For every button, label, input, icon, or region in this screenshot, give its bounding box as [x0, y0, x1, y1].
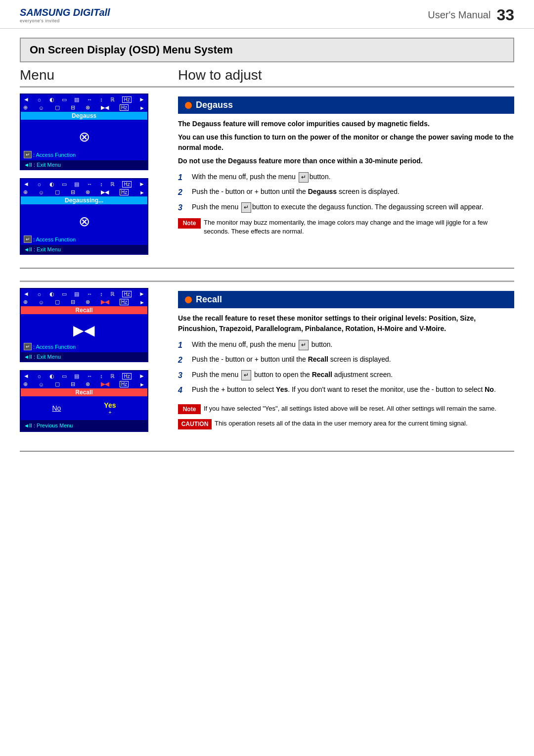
osd-no-yes-row: No Yes + [21, 396, 147, 420]
osd-no-label: No [52, 404, 61, 412]
osd-conv-icon-r1: ▤ [74, 291, 79, 297]
osd-footer-dark-1: ◄II : Exit Menu [21, 160, 147, 169]
recall-step-number-1: 1 [178, 340, 189, 351]
recall-step-number-4: 4 [178, 385, 189, 396]
recall-step-3: 3 Push the menu ↵ button to open the Rec… [178, 370, 514, 381]
section-title: On Screen Display (OSD) Menu System [30, 44, 504, 56]
osd-brightness-icon-r2: ☼ [37, 373, 42, 379]
osd-arrow-icon-r2: ↔ [87, 373, 92, 379]
step-text-3: Push the menu ↵button to execute the deg… [192, 202, 514, 213]
osd-top-icons-r1: ◄ ☼ ◐ ▭ ▤ ↔ ↕ ℝ Hz ► [21, 289, 147, 299]
osd-smiley-icon: ☺ [39, 105, 44, 111]
degauss-col-left: ◄ ☼ ◐ ▭ ▤ ↔ ↕ ℝ Hz ► ⊕ ☺ ▢ ⊟ ⊗ ▶◀ Hz ► [20, 88, 168, 259]
degauss-steps: 1 With the menu off, push the menu ↵butt… [178, 172, 514, 213]
osd-second-row-r2: ⊕ ☺ ▢ ⊟ ⊗ ▶◀ Hz ► [21, 381, 147, 388]
osd-square-icon-r2: ▢ [55, 381, 60, 387]
samsung-tagline: everyone's invited [20, 18, 60, 23]
enter-btn-r3: ↵ [241, 370, 251, 380]
osd-arrow-icon-r1: ↔ [87, 291, 92, 297]
osd-smiley-icon-r2: ☺ [39, 381, 44, 387]
manual-info: User's Manual 33 [428, 6, 514, 24]
recall-section: ◄ ☼ ◐ ▭ ▤ ↔ ↕ ℝ Hz ► ⊕ ☺ ▢ ⊟ ⊗ ▶◀ Hz ► [20, 282, 514, 436]
degauss-title: Degauss [196, 100, 233, 110]
osd-exit-label-r1: : Exit Menu [34, 354, 61, 360]
osd-nosign-icon-r1: ⊗ [86, 299, 90, 305]
recall-note: Note If you have selected "Yes", all set… [178, 404, 514, 415]
osd-misc-icon: ℝ [110, 96, 115, 103]
osd-screen-degauss-2: ◄ ☼ ◐ ▭ ▤ ↔ ↕ ℝ Hz ► ⊕ ☺ ▢ ⊟ ⊗ ▶◀ Hz ► [20, 178, 148, 255]
osd-up-icon-r1: ↕ [100, 291, 103, 297]
enter-icon-2: ↵ [24, 236, 32, 243]
osd-second-row-1: ⊕ ☺ ▢ ⊟ ⊗ ▶◀ Hz ► [21, 104, 147, 112]
osd-play-icon-r2: ▶◀ [101, 381, 109, 387]
recall-caution: CAUTION This operation resets all of the… [178, 419, 514, 429]
samsung-logo-text: SAMSUNG DIGITall [20, 7, 110, 18]
step-number-3: 3 [178, 202, 189, 213]
enter-btn-r1: ↵ [299, 340, 309, 350]
section-title-bar: On Screen Display (OSD) Menu System [20, 38, 514, 62]
osd-conv-icon-2: ▤ [74, 181, 79, 188]
osd-contrast-icon-2: ◐ [49, 181, 54, 188]
spacer-bottom [0, 436, 534, 451]
osd-hz-label: Hz [120, 104, 129, 111]
note-text-degauss: The monitor may buzz momentarily, the im… [204, 218, 514, 236]
osd-right-arrow2-r1: ► [139, 299, 145, 305]
note-label-degauss: Note [178, 218, 201, 229]
osd-contrast-icon-r1: ◐ [49, 291, 54, 297]
osd-nosign-icon: ⊗ [86, 104, 90, 111]
osd-screen-degauss-1: ◄ ☼ ◐ ▭ ▤ ↔ ↕ ℝ Hz ► ⊕ ☺ ▢ ⊟ ⊗ ▶◀ Hz ► [20, 94, 148, 170]
osd-smiley-icon-r1: ☺ [39, 299, 44, 305]
osd-footer-2: ↵ : Access Function [21, 234, 147, 245]
osd-geo-icon: ▭ [62, 96, 67, 103]
osd-access-line-1: ↵ : Access Function [24, 151, 144, 158]
degauss-desc-3: Do not use the Degauss feature more than… [178, 156, 514, 166]
recall-step-text-3: Push the menu ↵ button to open the Recal… [192, 370, 514, 380]
osd-access-label-2: : Access Function [33, 236, 76, 242]
osd-recall-label-1: Recall [21, 306, 147, 314]
degauss-step-2: 2 Push the - button or + button until th… [178, 187, 514, 198]
osd-right-arrow2-r2: ► [139, 381, 145, 387]
osd-nosign-icon-2: ⊗ [86, 189, 90, 195]
osd-geo-icon-r1: ▭ [62, 291, 67, 297]
osd-hz-icon: Hz [122, 96, 131, 103]
osd-recall-icon-1: ▶◀ [73, 322, 95, 338]
osd-footer-dark-r1: ◄II : Exit Menu [21, 352, 147, 361]
osd-screen-recall-2: ◄ ☼ ◐ ▭ ▤ ↔ ↕ ℝ Hz ► ⊕ ☺ ▢ ⊟ ⊗ ▶◀ Hz ► [20, 370, 148, 432]
osd-body-1: ⊗ [21, 120, 147, 149]
osd-phi-icon-2: ⊕ [23, 189, 28, 195]
osd-left-arrow-r2: ◄ [23, 373, 29, 379]
osd-hz-label-r1: Hz [120, 299, 129, 305]
recall-step-text-2: Push the - button or + button until the … [192, 355, 514, 365]
osd-prev-line-r2: ◄II : Previous Menu [24, 423, 144, 428]
osd-grid-icon-r2: ⊟ [71, 381, 75, 387]
osd-access-label-r1: : Access Function [33, 344, 76, 350]
osd-brightness-icon: ☼ [37, 96, 42, 102]
osd-grid-icon-2: ⊟ [71, 189, 75, 195]
osd-geo-icon-2: ▭ [62, 181, 67, 188]
recall-heading: Recall [178, 291, 514, 308]
arrow-icon-1: ◄II [24, 162, 32, 168]
osd-degauss-icon-1: ⊗ [79, 129, 90, 145]
degauss-section: ◄ ☼ ◐ ▭ ▤ ↔ ↕ ℝ Hz ► ⊕ ☺ ▢ ⊟ ⊗ ▶◀ Hz ► [20, 88, 514, 269]
osd-smiley-icon-2: ☺ [39, 189, 44, 195]
degauss-dot [185, 102, 192, 109]
osd-recall-label-2: Recall [21, 388, 147, 396]
osd-brightness-icon-2: ☼ [37, 181, 42, 187]
osd-conv-icon: ▤ [74, 96, 79, 103]
enter-icon-r1: ↵ [24, 343, 32, 350]
samsung-logo: SAMSUNG DIGITall everyone's invited [20, 7, 110, 23]
degauss-heading: Degauss [178, 96, 514, 114]
degauss-desc-1: The Degauss feature will remove color im… [178, 119, 514, 129]
osd-access-label-1: : Access Function [33, 152, 76, 158]
column-headers: Menu How to adjust [20, 62, 514, 88]
osd-hz-label-r2: Hz [120, 381, 129, 387]
osd-yes-group: Yes + [104, 401, 116, 415]
osd-contrast-icon: ◐ [49, 96, 54, 103]
arrow-icon-r2: ◄II [24, 423, 32, 428]
step-text-1: With the menu off, push the menu ↵button… [192, 172, 514, 183]
osd-prev-label-r2: : Previous Menu [34, 423, 73, 428]
caution-label-recall: CAUTION [178, 419, 212, 429]
osd-up-icon: ↕ [100, 96, 103, 102]
osd-misc-icon-2: ℝ [110, 181, 115, 188]
recall-step-4: 4 Push the + button to select Yes. If yo… [178, 385, 514, 396]
